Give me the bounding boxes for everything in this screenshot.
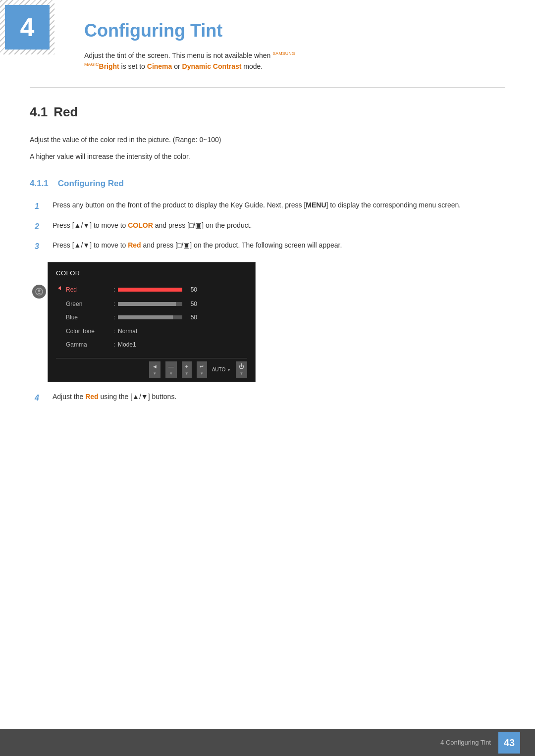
step-1-num: 1 [35, 200, 49, 213]
step-2: 2 Press [▲/▼] to move to COLOR and press… [35, 220, 505, 233]
blue-value: 50 [186, 313, 197, 322]
color-menu-rows: Red : 50 Green [56, 283, 247, 351]
colortone-value: Normal [118, 327, 137, 336]
green-row-label: Green [66, 300, 110, 308]
red-highlight-step4: Red [85, 393, 98, 401]
blue-row-label: Blue [66, 313, 110, 322]
dynamic-contrast-label: Dynamic Contrast [182, 62, 242, 70]
section-body: Adjust the value of the color red in the… [30, 134, 505, 162]
step-3: 3 Press [▲/▼] to move to Red and press [… [35, 240, 505, 253]
section-body-p1: Adjust the value of the color red in the… [30, 134, 505, 145]
toolbar-btn-plus: + ▼ [182, 361, 192, 378]
red-highlight-step3: Red [128, 241, 141, 249]
step-1: 1 Press any button on the front of the p… [35, 200, 505, 213]
step-3-text: Press [▲/▼] to move to Red and press [□/… [53, 240, 505, 251]
color-menu: COLOR Red : [48, 262, 256, 383]
colortone-row-label: Color Tone [66, 327, 110, 336]
toolbar-btn-enter: ↵ ▼ [197, 361, 207, 378]
red-bar-bg [118, 288, 182, 292]
arrow-icon [56, 284, 64, 292]
desc-text-3: or [172, 62, 182, 70]
red-bar-area: 50 [118, 285, 247, 294]
osd-icon [32, 285, 46, 299]
step-4: 4 Adjust the Red using the [▲/▼] buttons… [35, 391, 505, 404]
blue-bar-bg [118, 315, 182, 319]
color-row-red: Red : 50 [56, 283, 247, 297]
green-value: 50 [186, 300, 197, 308]
section-title: 4.1 Red [30, 102, 505, 122]
gamma-row-label: Gamma [66, 340, 110, 349]
toolbar-btn-left: ◄ ▼ [149, 361, 160, 378]
step-2-num: 2 [35, 220, 49, 233]
section-name: Red [54, 102, 78, 122]
subsection-4-1-1: 4.1.1 Configuring Red 1 Press any button… [30, 177, 505, 404]
color-row-green: Green : 50 [56, 298, 247, 310]
step-4-list: 4 Adjust the Red using the [▲/▼] buttons… [35, 391, 505, 404]
desc-text-2: is set to [119, 62, 147, 70]
gamma-value: Mode1 [118, 340, 136, 349]
toolbar-btn-minus: — ▼ [165, 361, 177, 378]
footer-page-number: 43 [498, 732, 520, 754]
toolbar-auto: AUTO ▼ [212, 366, 231, 373]
color-row-blue: Blue : 50 [56, 311, 247, 324]
svg-point-1 [38, 289, 41, 292]
color-row-gamma: Gamma : Mode1 [56, 338, 247, 351]
subsection-name: Configuring Red [58, 179, 124, 188]
subsection-number: 4.1.1 [30, 179, 49, 188]
footer-text: 4 Configuring Tint [440, 738, 491, 748]
green-bar-bg [118, 302, 182, 306]
desc-text-4: mode. [241, 62, 263, 70]
desc-text-1: Adjust the tint of the screen. This menu… [84, 51, 272, 59]
color-menu-container: COLOR Red : [48, 262, 256, 383]
section-body-p2: A higher value will increase the intensi… [30, 151, 505, 162]
step-1-text: Press any button on the front of the pro… [53, 200, 505, 210]
green-bar-area: 50 [118, 300, 247, 308]
step-4-num: 4 [35, 392, 49, 404]
section-4-1: 4.1 Red Adjust the value of the color re… [30, 102, 505, 404]
step-4-text: Adjust the Red using the [▲/▼] buttons. [53, 391, 505, 402]
red-bar-fill [118, 288, 182, 292]
red-row-label: Red [66, 285, 110, 294]
color-highlight: COLOR [128, 221, 153, 229]
green-bar-fill [118, 302, 176, 306]
step-2-text: Press [▲/▼] to move to COLOR and press [… [53, 220, 505, 231]
chapter-title-area: Configuring Tint Adjust the tint of the … [84, 10, 505, 72]
chapter-description: Adjust the tint of the screen. This menu… [84, 50, 490, 72]
blue-bar-fill [118, 315, 173, 319]
section-number: 4.1 [30, 102, 48, 122]
subsection-title: 4.1.1 Configuring Red [30, 177, 505, 190]
chapter-title: Configuring Tint [84, 17, 505, 44]
osd-icon-shape [32, 285, 46, 299]
page-footer: 4 Configuring Tint 43 [0, 729, 535, 756]
red-value: 50 [186, 285, 197, 294]
osd-svg [35, 287, 44, 296]
step-3-num: 3 [35, 240, 49, 253]
color-menu-toolbar: ◄ ▼ — ▼ + ▼ ↵ ▼ [56, 358, 247, 378]
color-row-colortone: Color Tone : Normal [56, 325, 247, 338]
color-menu-title: COLOR [56, 268, 247, 278]
section-divider [30, 87, 505, 88]
bright-label: Bright [99, 62, 119, 70]
steps-list: 1 Press any button on the front of the p… [35, 200, 505, 253]
toolbar-btn-power: ⏻ ▼ [236, 361, 247, 378]
blue-bar-area: 50 [118, 313, 247, 322]
cinema-label: Cinema [147, 62, 172, 70]
